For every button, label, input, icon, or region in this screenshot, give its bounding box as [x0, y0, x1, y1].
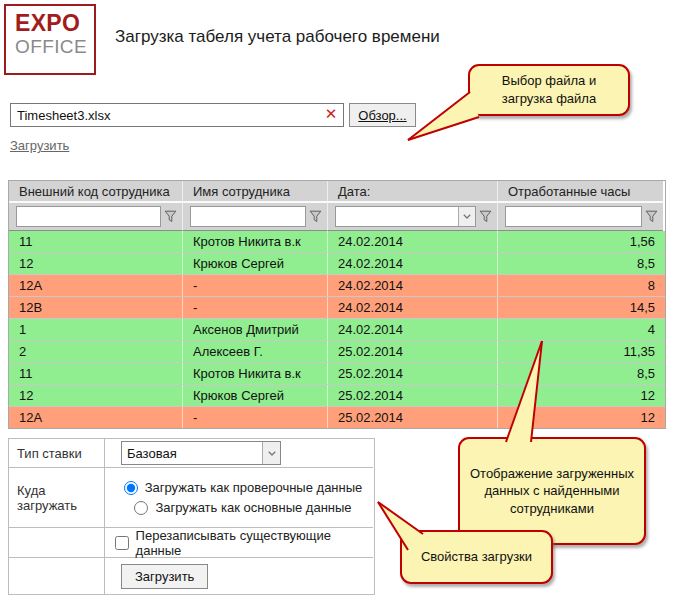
file-name-input[interactable]: [10, 103, 344, 127]
rate-type-value: Базовая: [122, 446, 177, 461]
cell-date: 25.02.2014: [328, 407, 498, 428]
cell-code: 12: [9, 385, 183, 406]
cell-name: Кротов Никита в.к: [183, 363, 328, 384]
column-header-hours[interactable]: Отработанные часы: [498, 181, 663, 203]
cell-date: 24.02.2014: [328, 231, 498, 252]
checkbox-label: Перезаписывать существующие данные: [136, 528, 373, 558]
callout-upload-properties: Свойства загрузки: [400, 530, 553, 584]
overwrite-cell: Перезаписывать существующие данные: [105, 528, 373, 558]
filter-cell-hours: [498, 203, 663, 231]
upload-link[interactable]: Загрузить: [10, 138, 69, 153]
column-header-date[interactable]: Дата:: [328, 181, 498, 203]
empty-label-cell: [9, 558, 105, 594]
logo-expo-text: EXPO: [15, 12, 94, 35]
cell-hours: 12: [498, 385, 663, 406]
cell-code: 1: [9, 319, 183, 340]
cell-date: 24.02.2014: [328, 319, 498, 340]
rate-type-cell: Базовая: [105, 439, 373, 468]
browse-button[interactable]: Обзор...: [349, 103, 416, 127]
radio-option-verification-data[interactable]: Загружать как проверочные данные: [124, 480, 363, 495]
radio-option-main-data[interactable]: Загружать как основные данные: [134, 500, 351, 515]
radio-input[interactable]: [124, 481, 138, 495]
cell-name: Алексеев Г.: [183, 341, 328, 362]
cell-code: 2: [9, 341, 183, 362]
filter-cell-date: [328, 203, 498, 231]
table-header-row: Внешний код сотрудника Имя сотрудника Да…: [9, 181, 665, 203]
funnel-icon[interactable]: [645, 210, 658, 223]
callout-text: Выбор файла и загрузка файла: [478, 72, 620, 107]
funnel-icon[interactable]: [164, 210, 177, 223]
cell-name: -: [183, 297, 328, 318]
radio-label: Загружать как основные данные: [155, 500, 351, 515]
callout-loaded-data: Отображение загруженных данных с найденн…: [458, 437, 646, 545]
rate-type-select[interactable]: Базовая: [121, 441, 281, 465]
cell-name: Аксенов Дмитрий: [183, 319, 328, 340]
cell-hours: 12: [498, 407, 663, 428]
cell-date: 24.02.2014: [328, 275, 498, 296]
page-title: Загрузка табеля учета рабочего времени: [115, 27, 440, 47]
cell-date: 25.02.2014: [328, 341, 498, 362]
table-filter-row: [9, 203, 665, 231]
funnel-icon[interactable]: [479, 210, 492, 223]
cell-date: 25.02.2014: [328, 363, 498, 384]
table-row[interactable]: 12A-25.02.201412: [9, 406, 665, 428]
callout-file-selection: Выбор файла и загрузка файла: [468, 64, 630, 116]
table-row[interactable]: 12Крюков Сергей24.02.20148,5: [9, 252, 665, 274]
cell-code: 12B: [9, 297, 183, 318]
rate-type-label: Тип ставки: [9, 439, 105, 468]
cell-date: 25.02.2014: [328, 385, 498, 406]
checkbox-input[interactable]: [115, 536, 129, 550]
cell-hours: 4: [498, 319, 663, 340]
submit-upload-button[interactable]: Загрузить: [121, 564, 208, 589]
cell-hours: 1,56: [498, 231, 663, 252]
table-row[interactable]: 12A-24.02.20148: [9, 274, 665, 296]
table-row[interactable]: 12B-24.02.201414,5: [9, 296, 665, 318]
cell-name: Крюков Сергей: [183, 385, 328, 406]
cell-hours: 8,5: [498, 363, 663, 384]
overwrite-checkbox-option[interactable]: Перезаписывать существующие данные: [115, 528, 373, 558]
table-row[interactable]: 1Аксенов Дмитрий24.02.20144: [9, 318, 665, 340]
clear-file-icon[interactable]: ✕: [322, 105, 340, 123]
filter-date-select[interactable]: [335, 206, 476, 227]
cell-code: 12A: [9, 407, 183, 428]
destination-cell: Загружать как проверочные данные Загружа…: [105, 468, 373, 528]
cell-date: 24.02.2014: [328, 253, 498, 274]
radio-input[interactable]: [134, 501, 148, 515]
cell-name: Крюков Сергей: [183, 253, 328, 274]
table-row[interactable]: 12Крюков Сергей25.02.201412: [9, 384, 665, 406]
filter-input-name[interactable]: [190, 206, 306, 227]
radio-label: Загружать как проверочные данные: [145, 480, 363, 495]
cell-code: 12A: [9, 275, 183, 296]
cell-name: -: [183, 407, 328, 428]
empty-label-cell: [9, 528, 105, 558]
cell-name: -: [183, 275, 328, 296]
cell-name: Кротов Никита в.к: [183, 231, 328, 252]
filter-cell-name: [183, 203, 328, 231]
filter-input-code[interactable]: [16, 206, 161, 227]
cell-date: 24.02.2014: [328, 297, 498, 318]
funnel-icon[interactable]: [309, 210, 322, 223]
callout-text: Свойства загрузки: [421, 548, 532, 566]
cell-code: 11: [9, 231, 183, 252]
callout-text: Отображение загруженных данных с найденн…: [468, 465, 636, 518]
column-header-name[interactable]: Имя сотрудника: [183, 181, 328, 203]
filter-input-hours[interactable]: [505, 206, 642, 227]
submit-cell: Загрузить: [105, 558, 373, 594]
table-row[interactable]: 11Кротов Никита в.к25.02.20148,5: [9, 362, 665, 384]
page: EXPO OFFICE Загрузка табеля учета рабоче…: [0, 0, 674, 610]
cell-hours: 11,35: [498, 341, 663, 362]
cell-hours: 14,5: [498, 297, 663, 318]
cell-hours: 8,5: [498, 253, 663, 274]
column-header-code[interactable]: Внешний код сотрудника: [9, 181, 183, 203]
cell-hours: 8: [498, 275, 663, 296]
table-row[interactable]: 2Алексеев Г.25.02.201411,35: [9, 340, 665, 362]
logo: EXPO OFFICE: [4, 4, 96, 75]
table-body: 11Кротов Никита в.к24.02.20141,5612Крюко…: [9, 231, 665, 428]
filter-cell-code: [9, 203, 183, 231]
cell-code: 11: [9, 363, 183, 384]
cell-code: 12: [9, 253, 183, 274]
chevron-down-icon: [458, 207, 475, 226]
table-row[interactable]: 11Кротов Никита в.к24.02.20141,56: [9, 231, 665, 252]
timesheet-table: Внешний код сотрудника Имя сотрудника Да…: [8, 180, 666, 429]
logo-office-text: OFFICE: [15, 35, 94, 59]
